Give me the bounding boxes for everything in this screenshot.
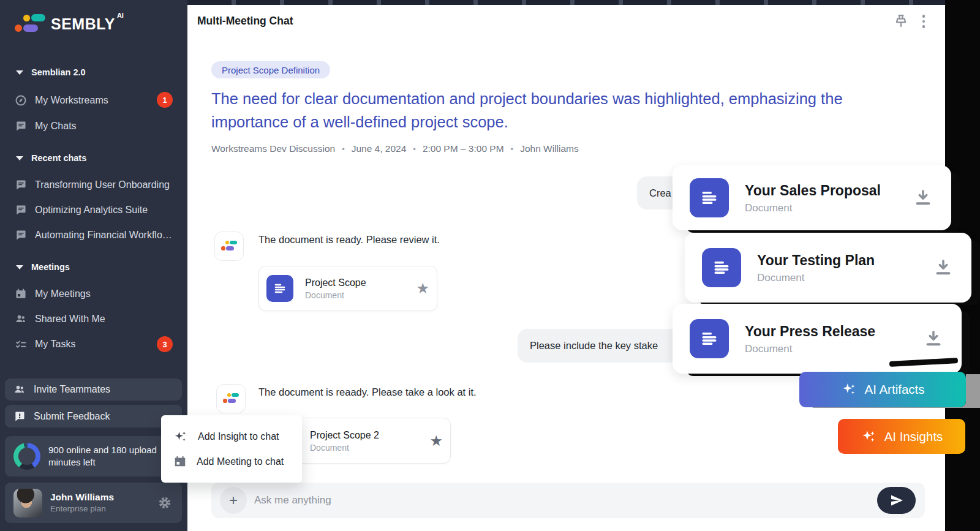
invite-teammates-button[interactable]: Invite Teammates bbox=[5, 378, 182, 401]
attach-plus-button[interactable]: + bbox=[220, 487, 247, 514]
chevron-down-icon bbox=[16, 156, 23, 160]
workstreams-badge: 1 bbox=[157, 92, 173, 108]
submit-feedback-button[interactable]: Submit Feedback bbox=[5, 405, 182, 427]
artifact-card-sales-proposal[interactable]: Your Sales Proposal Document bbox=[673, 165, 951, 230]
artifact-title: Your Press Release bbox=[745, 322, 875, 342]
submit-feedback-label: Submit Feedback bbox=[34, 411, 110, 422]
document-subtitle: Document bbox=[305, 290, 366, 301]
meta-time: 2:00 PM – 3:00 PM bbox=[423, 143, 504, 154]
page-title: Multi-Meeting Chat bbox=[197, 15, 293, 28]
sidebar-item-recent-chat[interactable]: Automating Financial Workflo… bbox=[15, 227, 173, 244]
chat-icon bbox=[15, 229, 27, 241]
artifact-card-testing-plan[interactable]: Your Testing Plan Document bbox=[685, 233, 971, 303]
document-card[interactable]: Project Scope Document ★ bbox=[258, 266, 437, 311]
section-recent-chats[interactable]: Recent chats bbox=[16, 153, 86, 163]
menu-item-add-meeting[interactable]: Add Meeting to chat bbox=[161, 449, 302, 474]
calendar-icon bbox=[15, 288, 27, 300]
people-icon bbox=[13, 383, 26, 396]
sembly-logo-icon bbox=[223, 393, 239, 404]
usage-meter[interactable]: 900 online and 180 upload minutes left bbox=[5, 436, 182, 476]
sidebar-item-recent-chat[interactable]: Transforming User Onboarding bbox=[15, 176, 173, 194]
ai-insights-label: AI Insights bbox=[884, 429, 943, 444]
star-icon[interactable]: ★ bbox=[416, 280, 429, 297]
brand-text: SEMBLY bbox=[51, 15, 115, 32]
section-label: Recent chats bbox=[31, 153, 86, 163]
attach-context-menu: Add Insight to chat Add Meeting to chat bbox=[161, 415, 302, 483]
artifact-subtitle: Document bbox=[745, 201, 881, 216]
sidebar-item-my-tasks[interactable]: My Tasks bbox=[15, 336, 173, 353]
sidebar-item-my-chats[interactable]: My Chats bbox=[15, 118, 173, 135]
meeting-meta: Workstreams Dev Discussion • June 4, 202… bbox=[211, 143, 579, 154]
sidebar-item-label: Automating Financial Workflo… bbox=[35, 230, 172, 241]
sidebar-item-label: Optimizing Analytics Suite bbox=[35, 205, 148, 216]
sidebar-item-label: My Tasks bbox=[35, 339, 75, 350]
sidebar-item-shared-with-me[interactable]: Shared With Me bbox=[15, 311, 173, 328]
sketch-shadow-gray bbox=[966, 374, 980, 408]
summary-headline: The need for clear documentation and pro… bbox=[211, 87, 900, 134]
gear-icon[interactable] bbox=[157, 495, 172, 510]
bot-avatar bbox=[214, 232, 244, 261]
sidebar-item-my-meetings[interactable]: My Meetings bbox=[15, 285, 173, 303]
sparkles-icon bbox=[861, 429, 876, 445]
people-icon bbox=[15, 313, 27, 325]
meta-author: John Williams bbox=[520, 143, 579, 154]
bot-avatar bbox=[216, 384, 246, 413]
document-title: Project Scope bbox=[305, 276, 366, 290]
ai-insights-button[interactable]: AI Insights bbox=[838, 419, 965, 454]
download-icon[interactable] bbox=[924, 329, 943, 348]
sidebar: SEMBLYAI Semblian 2.0 My Workstreams 1 M… bbox=[0, 0, 187, 531]
profile-plan: Enterprise plan bbox=[50, 503, 114, 514]
menu-item-label: Add Meeting to chat bbox=[197, 456, 284, 467]
sembly-logo-icon bbox=[221, 241, 237, 252]
chevron-down-icon bbox=[16, 265, 23, 269]
topic-tag[interactable]: Project Scope Definition bbox=[211, 61, 330, 78]
profile-card[interactable]: John Williams Enterprise plan bbox=[5, 483, 182, 523]
profile-name: John Williams bbox=[50, 491, 114, 503]
artifact-subtitle: Document bbox=[757, 271, 875, 285]
document-icon bbox=[266, 275, 293, 302]
sidebar-item-label: Transforming User Onboarding bbox=[35, 179, 170, 190]
bot-message-text: The document is reaady. Please take a lo… bbox=[258, 386, 477, 398]
section-meetings[interactable]: Meetings bbox=[16, 262, 70, 272]
meta-source: Workstreams Dev Discussion bbox=[211, 143, 335, 154]
menu-item-label: Add Insight to chat bbox=[198, 431, 279, 442]
chat-icon bbox=[15, 179, 27, 191]
document-icon bbox=[690, 178, 729, 217]
section-label: Semblian 2.0 bbox=[31, 67, 86, 77]
artifact-title: Your Sales Proposal bbox=[745, 181, 881, 201]
app-window: SEMBLYAI Semblian 2.0 My Workstreams 1 M… bbox=[0, 0, 980, 531]
sidebar-item-label: My Chats bbox=[35, 121, 77, 132]
sidebar-item-label: Shared With Me bbox=[35, 314, 105, 325]
kebab-menu-icon[interactable] bbox=[916, 13, 931, 29]
pin-icon[interactable] bbox=[892, 12, 910, 31]
star-icon[interactable]: ★ bbox=[429, 432, 443, 450]
ask-input[interactable] bbox=[254, 494, 836, 507]
send-button[interactable] bbox=[877, 487, 916, 514]
ai-artifacts-button[interactable]: AI Artifacts bbox=[799, 372, 966, 407]
menu-item-add-insight[interactable]: Add Insight to chat bbox=[161, 424, 302, 449]
avatar bbox=[13, 489, 42, 518]
tasks-badge: 3 bbox=[157, 336, 173, 352]
sembly-logo-icon bbox=[15, 13, 45, 34]
ai-artifacts-label: AI Artifacts bbox=[865, 382, 925, 397]
chat-icon bbox=[15, 120, 27, 132]
bot-message-text: The document is ready. Please review it. bbox=[258, 234, 440, 246]
send-icon bbox=[889, 493, 904, 508]
decorative-top-strip bbox=[187, 0, 945, 5]
document-icon bbox=[702, 248, 741, 287]
download-icon[interactable] bbox=[913, 188, 933, 208]
artifact-title: Your Testing Plan bbox=[757, 250, 875, 271]
feedback-icon bbox=[13, 410, 26, 423]
sembly-logo[interactable]: SEMBLYAI bbox=[15, 13, 124, 34]
compass-icon bbox=[15, 94, 27, 107]
sidebar-item-my-workstreams[interactable]: My Workstreams bbox=[15, 92, 173, 109]
download-icon[interactable] bbox=[933, 258, 953, 277]
sidebar-item-recent-chat[interactable]: Optimizing Analytics Suite bbox=[15, 201, 173, 219]
document-subtitle: Document bbox=[310, 442, 379, 454]
sparkles-icon bbox=[173, 429, 188, 444]
section-semblian[interactable]: Semblian 2.0 bbox=[16, 67, 86, 77]
chat-icon bbox=[15, 204, 27, 216]
section-label: Meetings bbox=[31, 262, 70, 272]
brand-suffix: AI bbox=[117, 12, 124, 19]
usage-progress-ring bbox=[13, 443, 40, 470]
